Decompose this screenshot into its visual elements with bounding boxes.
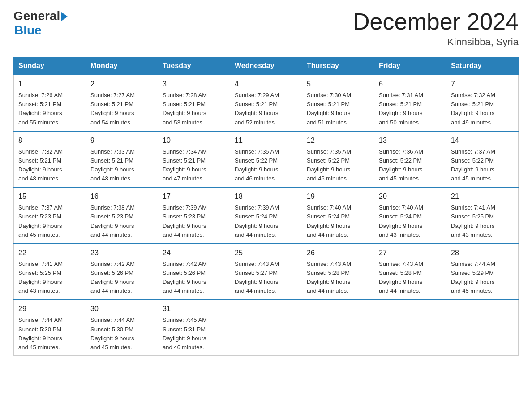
day-info: Sunrise: 7:40 AMSunset: 5:24 PMDaylight:… [379,204,423,238]
day-number: 24 [163,248,225,258]
day-number: 19 [307,191,369,202]
table-row: 24 Sunrise: 7:42 AMSunset: 5:26 PMDaylig… [158,244,230,300]
day-number: 13 [379,135,442,146]
day-number: 29 [18,304,81,314]
day-number: 2 [90,79,153,90]
calendar-week-row: 29 Sunrise: 7:44 AMSunset: 5:30 PMDaylig… [14,300,519,355]
table-row: 6 Sunrise: 7:31 AMSunset: 5:21 PMDayligh… [374,75,446,131]
day-number: 26 [307,248,369,258]
table-row: 30 Sunrise: 7:44 AMSunset: 5:30 PMDaylig… [86,300,158,355]
table-row: 9 Sunrise: 7:33 AMSunset: 5:21 PMDayligh… [86,131,158,188]
day-info: Sunrise: 7:45 AMSunset: 5:31 PMDaylight:… [163,317,207,350]
day-info: Sunrise: 7:44 AMSunset: 5:30 PMDaylight:… [90,317,135,350]
day-number: 18 [235,191,297,202]
day-number: 20 [379,191,442,202]
table-row: 3 Sunrise: 7:28 AMSunset: 5:21 PMDayligh… [158,75,230,131]
day-number: 15 [18,191,81,202]
day-info: Sunrise: 7:44 AMSunset: 5:29 PMDaylight:… [451,261,495,294]
day-info: Sunrise: 7:34 AMSunset: 5:21 PMDaylight:… [163,148,207,182]
day-info: Sunrise: 7:42 AMSunset: 5:26 PMDaylight:… [90,261,135,294]
table-row: 16 Sunrise: 7:38 AMSunset: 5:23 PMDaylig… [86,187,158,244]
table-row: 26 Sunrise: 7:43 AMSunset: 5:28 PMDaylig… [302,244,374,300]
calendar-week-row: 8 Sunrise: 7:32 AMSunset: 5:21 PMDayligh… [14,131,519,188]
table-row: 29 Sunrise: 7:44 AMSunset: 5:30 PMDaylig… [14,300,86,355]
table-row: 15 Sunrise: 7:37 AMSunset: 5:23 PMDaylig… [14,187,86,244]
table-row: 28 Sunrise: 7:44 AMSunset: 5:29 PMDaylig… [446,244,519,300]
day-number: 6 [379,79,442,90]
calendar-week-row: 15 Sunrise: 7:37 AMSunset: 5:23 PMDaylig… [14,187,519,244]
day-info: Sunrise: 7:30 AMSunset: 5:21 PMDaylight:… [307,92,351,125]
col-saturday: Saturday [446,57,519,75]
day-info: Sunrise: 7:37 AMSunset: 5:22 PMDaylight:… [451,148,495,182]
day-number: 27 [379,248,442,258]
table-row: 25 Sunrise: 7:43 AMSunset: 5:27 PMDaylig… [230,244,302,300]
day-info: Sunrise: 7:40 AMSunset: 5:24 PMDaylight:… [307,204,351,238]
day-info: Sunrise: 7:33 AMSunset: 5:21 PMDaylight:… [90,148,135,182]
table-row: 18 Sunrise: 7:39 AMSunset: 5:24 PMDaylig… [230,187,302,244]
day-info: Sunrise: 7:37 AMSunset: 5:23 PMDaylight:… [18,204,63,238]
table-row: 23 Sunrise: 7:42 AMSunset: 5:26 PMDaylig… [86,244,158,300]
day-info: Sunrise: 7:32 AMSunset: 5:21 PMDaylight:… [451,92,495,125]
col-friday: Friday [374,57,446,75]
day-number: 21 [451,191,514,202]
day-number: 10 [163,135,225,146]
table-row: 20 Sunrise: 7:40 AMSunset: 5:24 PMDaylig… [374,187,446,244]
day-info: Sunrise: 7:39 AMSunset: 5:23 PMDaylight:… [163,204,207,238]
day-info: Sunrise: 7:42 AMSunset: 5:26 PMDaylight:… [163,261,207,294]
table-row [230,300,302,355]
day-number: 8 [18,135,81,146]
day-number: 23 [90,248,153,258]
day-info: Sunrise: 7:41 AMSunset: 5:25 PMDaylight:… [18,261,63,294]
table-row: 10 Sunrise: 7:34 AMSunset: 5:21 PMDaylig… [158,131,230,188]
day-info: Sunrise: 7:28 AMSunset: 5:21 PMDaylight:… [163,92,207,125]
table-row: 22 Sunrise: 7:41 AMSunset: 5:25 PMDaylig… [14,244,86,300]
table-row: 1 Sunrise: 7:26 AMSunset: 5:21 PMDayligh… [14,75,86,131]
col-wednesday: Wednesday [230,57,302,75]
day-number: 3 [163,79,225,90]
day-number: 22 [18,248,81,258]
table-row [446,300,519,355]
day-info: Sunrise: 7:43 AMSunset: 5:27 PMDaylight:… [235,261,279,294]
calendar-header-row: Sunday Monday Tuesday Wednesday Thursday… [14,57,519,75]
table-row: 12 Sunrise: 7:35 AMSunset: 5:22 PMDaylig… [302,131,374,188]
day-info: Sunrise: 7:27 AMSunset: 5:21 PMDaylight:… [90,92,135,125]
location-text: Kinnsibba, Syria [353,36,519,48]
table-row: 7 Sunrise: 7:32 AMSunset: 5:21 PMDayligh… [446,75,519,131]
day-number: 12 [307,135,369,146]
table-row: 8 Sunrise: 7:32 AMSunset: 5:21 PMDayligh… [14,131,86,188]
col-monday: Monday [86,57,158,75]
day-info: Sunrise: 7:35 AMSunset: 5:22 PMDaylight:… [235,148,279,182]
day-info: Sunrise: 7:41 AMSunset: 5:25 PMDaylight:… [451,204,495,238]
logo: General Blue [13,9,68,38]
month-title: December 2024 [353,9,519,34]
table-row: 21 Sunrise: 7:41 AMSunset: 5:25 PMDaylig… [446,187,519,244]
day-number: 5 [307,79,369,90]
day-info: Sunrise: 7:26 AMSunset: 5:21 PMDaylight:… [18,92,63,125]
title-area: December 2024 Kinnsibba, Syria [353,9,519,48]
table-row: 27 Sunrise: 7:43 AMSunset: 5:28 PMDaylig… [374,244,446,300]
day-info: Sunrise: 7:32 AMSunset: 5:21 PMDaylight:… [18,148,63,182]
day-info: Sunrise: 7:39 AMSunset: 5:24 PMDaylight:… [235,204,279,238]
table-row: 19 Sunrise: 7:40 AMSunset: 5:24 PMDaylig… [302,187,374,244]
day-number: 31 [163,304,225,314]
day-number: 16 [90,191,153,202]
table-row: 4 Sunrise: 7:29 AMSunset: 5:21 PMDayligh… [230,75,302,131]
table-row: 13 Sunrise: 7:36 AMSunset: 5:22 PMDaylig… [374,131,446,188]
table-row: 2 Sunrise: 7:27 AMSunset: 5:21 PMDayligh… [86,75,158,131]
table-row [302,300,374,355]
day-info: Sunrise: 7:38 AMSunset: 5:23 PMDaylight:… [90,204,135,238]
table-row: 14 Sunrise: 7:37 AMSunset: 5:22 PMDaylig… [446,131,519,188]
day-info: Sunrise: 7:36 AMSunset: 5:22 PMDaylight:… [379,148,423,182]
calendar-week-row: 1 Sunrise: 7:26 AMSunset: 5:21 PMDayligh… [14,75,519,131]
calendar-week-row: 22 Sunrise: 7:41 AMSunset: 5:25 PMDaylig… [14,244,519,300]
day-number: 30 [90,304,153,314]
col-tuesday: Tuesday [158,57,230,75]
day-number: 4 [235,79,297,90]
day-info: Sunrise: 7:43 AMSunset: 5:28 PMDaylight:… [307,261,351,294]
col-thursday: Thursday [302,57,374,75]
day-number: 25 [235,248,297,258]
table-row: 11 Sunrise: 7:35 AMSunset: 5:22 PMDaylig… [230,131,302,188]
day-info: Sunrise: 7:44 AMSunset: 5:30 PMDaylight:… [18,317,63,350]
day-number: 1 [18,79,81,90]
table-row: 17 Sunrise: 7:39 AMSunset: 5:23 PMDaylig… [158,187,230,244]
